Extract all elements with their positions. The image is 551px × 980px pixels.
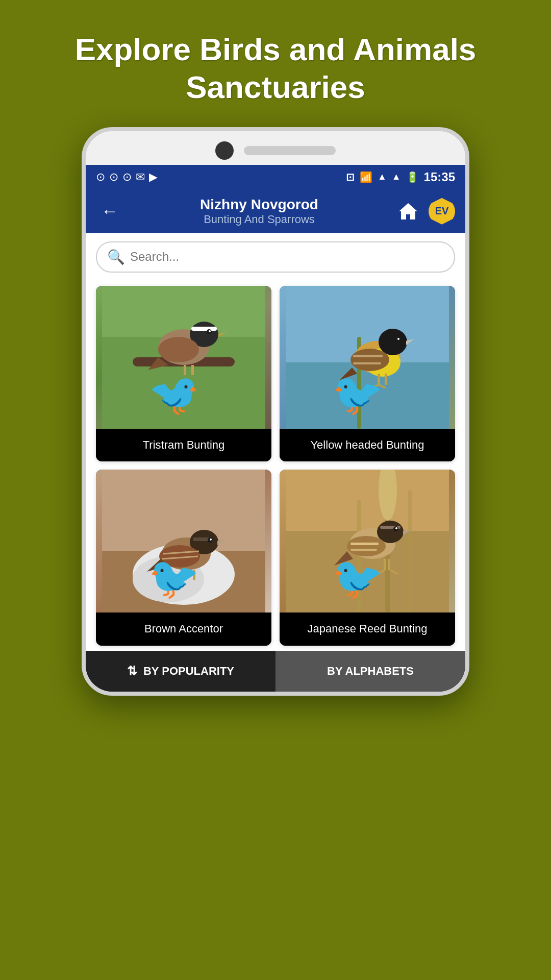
svg-line-42: [162, 556, 198, 559]
status-left-icons: ⊙ ⊙ ⊙ ✉ ▶: [96, 170, 158, 184]
search-input-wrapper: 🔍: [96, 241, 455, 273]
status-bar: ⊙ ⊙ ⊙ ✉ ▶ ⊡ 📶 ▲ ▲ 🔋 15:35: [86, 165, 465, 189]
brown-accentor-image: [96, 470, 271, 612]
bird-label-tristram: Tristram Bunting: [96, 429, 271, 462]
search-input[interactable]: [130, 250, 444, 264]
battery-icon: 🔋: [406, 171, 419, 183]
camera-icon-1: ⊙: [96, 170, 105, 184]
bird-card-brown-accentor[interactable]: Brown Accentor: [96, 470, 271, 646]
svg-point-9: [158, 337, 199, 362]
svg-point-21: [397, 338, 399, 340]
signal-icon-1: ▲: [378, 172, 387, 182]
notification-icon: ▶: [149, 170, 158, 184]
svg-point-57: [395, 527, 397, 529]
svg-point-8: [209, 330, 211, 332]
bird-label-brown: Brown Accentor: [96, 612, 271, 646]
svg-rect-12: [191, 365, 194, 375]
search-bar-container: 🔍: [86, 233, 465, 281]
bird-card-japanese-reed-bunting[interactable]: Japanese Reed Bunting: [280, 470, 455, 646]
phone-frame: ⊙ ⊙ ⊙ ✉ ▶ ⊡ 📶 ▲ ▲ 🔋 15:35 ← Nizhny Novgo…: [82, 127, 469, 696]
front-camera: [215, 141, 234, 160]
svg-rect-11: [184, 365, 186, 375]
svg-rect-5: [191, 327, 217, 331]
toolbar-actions: EV: [395, 198, 455, 225]
svg-rect-44: [185, 570, 187, 580]
sort-icon: ⇅: [127, 664, 137, 678]
svg-marker-43: [147, 559, 168, 572]
page-title: Explore Birds and Animals Sanctuaries: [0, 31, 551, 107]
svg-line-28: [371, 385, 379, 388]
svg-point-39: [210, 538, 212, 541]
bird-image-japanese: [280, 470, 455, 612]
wifi-icon: 📶: [360, 171, 372, 183]
by-alphabets-label: BY ALPHABETS: [327, 665, 414, 678]
by-popularity-label: BY POPULARITY: [143, 665, 234, 678]
toolbar-title-area: Nizhny Novgorod Bunting And Sparrows: [123, 197, 395, 226]
svg-point-33: [133, 556, 204, 602]
sort-by-popularity-button[interactable]: ⇅ BY POPULARITY: [86, 651, 276, 692]
svg-point-18: [379, 329, 407, 355]
bird-grid: Tristram Bunting: [86, 281, 465, 651]
japanese-reed-bunting-image: [280, 470, 455, 612]
tristram-bunting-image: [96, 286, 271, 429]
svg-rect-26: [378, 374, 380, 385]
bird-label-yellow: Yellow headed Bunting: [280, 429, 455, 462]
svg-point-22: [350, 349, 389, 371]
svg-rect-45: [193, 570, 195, 580]
camera-icon-2: ⊙: [109, 170, 118, 184]
svg-rect-59: [350, 543, 379, 545]
phone-body: 🔍: [86, 233, 465, 692]
sort-by-alphabets-button[interactable]: BY ALPHABETS: [276, 651, 465, 692]
cast-icon: ⊡: [346, 171, 355, 183]
svg-rect-24: [353, 362, 381, 364]
bird-image-brown: [96, 470, 271, 612]
clock: 15:35: [424, 170, 455, 184]
svg-rect-63: [388, 559, 390, 570]
bird-card-yellow-headed-bunting[interactable]: Yellow headed Bunting: [280, 286, 455, 462]
signal-icon-2: ▲: [392, 172, 401, 182]
speaker: [244, 146, 336, 155]
svg-rect-23: [353, 355, 383, 357]
camera-icon-3: ⊙: [122, 170, 132, 184]
search-icon: 🔍: [107, 249, 125, 265]
bird-image-tristram: [96, 286, 271, 429]
phone-top-bezel: [86, 131, 465, 165]
svg-rect-51: [408, 490, 412, 612]
bird-card-tristram-bunting[interactable]: Tristram Bunting: [96, 286, 271, 462]
bird-label-japanese: Japanese Reed Bunting: [280, 612, 455, 646]
toolbar-location: Nizhny Novgorod: [123, 197, 395, 213]
svg-rect-50: [357, 500, 361, 612]
home-icon: [398, 202, 418, 220]
svg-point-58: [347, 536, 386, 556]
svg-rect-14: [286, 362, 449, 429]
bottom-bar: ⇅ BY POPULARITY BY ALPHABETS: [86, 651, 465, 692]
svg-rect-62: [384, 559, 386, 570]
gmail-icon: ✉: [136, 170, 145, 184]
bird-image-yellow: [280, 286, 455, 429]
back-button[interactable]: ←: [96, 199, 123, 223]
ev-badge-button[interactable]: EV: [429, 198, 455, 225]
yellow-headed-bunting-image: [280, 286, 455, 429]
home-button[interactable]: [395, 198, 421, 225]
svg-point-40: [159, 545, 200, 568]
app-toolbar: ← Nizhny Novgorod Bunting And Sparrows E…: [86, 189, 465, 233]
svg-rect-60: [350, 549, 377, 551]
status-right-icons: ⊡ 📶 ▲ ▲ 🔋 15:35: [346, 170, 455, 184]
toolbar-subtitle: Bunting And Sparrows: [123, 213, 395, 226]
svg-rect-27: [385, 374, 387, 385]
